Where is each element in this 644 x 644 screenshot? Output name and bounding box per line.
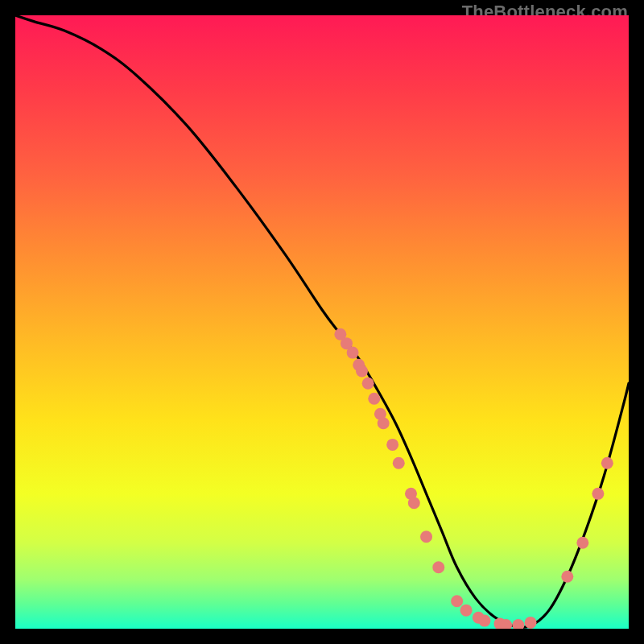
curve-dot xyxy=(592,488,604,500)
chart-stage: TheBottleneck.com xyxy=(0,0,644,644)
curve-dots xyxy=(334,328,613,629)
curve-dot xyxy=(408,497,420,509)
curve-dot xyxy=(374,408,386,420)
curve-layer xyxy=(15,15,629,629)
curve-dot xyxy=(432,561,444,573)
curve-dot xyxy=(386,439,398,451)
curve-dot xyxy=(500,619,512,629)
curve-dot xyxy=(368,393,380,405)
curve-dot xyxy=(478,615,490,627)
curve-dot xyxy=(525,617,537,629)
curve-dot xyxy=(493,617,506,629)
curve-dot xyxy=(512,619,524,629)
curve-dot xyxy=(378,417,390,429)
curve-dot xyxy=(451,595,463,607)
curve-dot xyxy=(420,530,432,543)
curve-dot xyxy=(393,457,405,469)
curve-dot xyxy=(561,571,573,583)
curve-dot xyxy=(460,605,473,617)
curve-dot xyxy=(405,488,417,500)
curve-dot xyxy=(362,378,374,390)
curve-dot xyxy=(601,457,613,469)
curve-dot xyxy=(576,537,588,549)
curve-dot xyxy=(353,359,365,371)
curve-dot xyxy=(356,365,368,377)
curve-dot xyxy=(473,612,485,624)
curve-dot xyxy=(341,337,353,349)
heat-plot-area xyxy=(15,15,629,629)
bottleneck-curve xyxy=(15,15,629,627)
curve-dot xyxy=(347,347,359,359)
curve-dot xyxy=(334,328,346,341)
